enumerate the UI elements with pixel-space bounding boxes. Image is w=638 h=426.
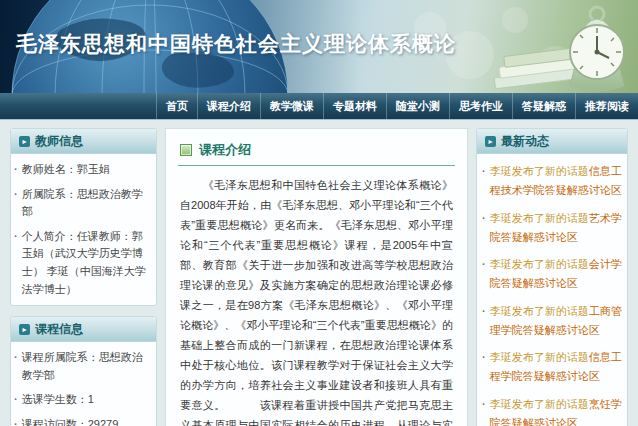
teacher-info-item: · 教师姓名：郭玉娟 <box>14 161 153 179</box>
news-author-action: 李珽发布了新的话题 <box>490 165 589 177</box>
course-intro-header: 课程介绍 <box>178 139 455 166</box>
course-homepage: { "banner": { "title": "毛泽东思想和中国特色社会主义理论… <box>0 0 638 426</box>
course-info-item: · 课程访问数：29279 <box>14 416 153 426</box>
news-text: 李珽发布了新的话题工商管理学院答疑解惑讨论区 <box>490 302 622 341</box>
section-bullet-icon: ▸ <box>19 324 30 335</box>
bullet-dot: · <box>482 255 486 274</box>
nav-item[interactable]: 思考作业 <box>449 93 512 119</box>
teacher-info-header: ▸ 教师信息 <box>11 129 156 154</box>
teacher-info-text: 个人简介：任课教师：郭玉娟（武汉大学历史学博士） 李珽（中国海洋大学法学博士） <box>22 228 153 298</box>
latest-news-list: · 李珽发布了新的话题信息工程技术学院答疑解惑讨论区 · 李珽发布了新的话题艺术… <box>477 162 627 426</box>
teacher-info-item: · 所属院系：思想政治教学部 <box>14 186 153 221</box>
news-author-action: 李珽发布了新的话题 <box>490 398 589 410</box>
course-info-list: · 课程所属院系：思想政治教学部 · 选课学生数：1 · 课程访问数：29279 <box>11 349 156 426</box>
page-title: 毛泽东思想和中国特色社会主义理论体系概论 <box>16 30 456 58</box>
course-info-item: · 选课学生数：1 <box>14 391 153 409</box>
news-text: 李珽发布了新的话题烹饪学院答疑解惑讨论区 <box>490 395 622 426</box>
latest-news-header: ▸ 最新动态 <box>477 129 627 154</box>
news-author-action: 李珽发布了新的话题 <box>490 351 589 363</box>
news-author-action: 李珽发布了新的话题 <box>490 305 589 317</box>
nav-item[interactable]: 教学微课 <box>260 93 323 119</box>
main-nav: 首页 课程介绍 教学微课 专题材料 随堂小测 思考作业 答疑解惑 推荐阅读 <box>0 93 638 120</box>
bullet-dot: · <box>14 416 18 426</box>
section-grid-icon <box>180 144 192 156</box>
teacher-info-box: ▸ 教师信息 · 教师姓名：郭玉娟 · 所属院系：思想政治教学部 <box>10 128 157 306</box>
left-sidebar: ▸ 教师信息 · 教师姓名：郭玉娟 · 所属院系：思想政治教学部 <box>10 128 157 426</box>
right-sidebar: ▸ 最新动态 · 李珽发布了新的话题信息工程技术学院答疑解惑讨论区 · 李珽发布… <box>476 128 628 426</box>
nav-item[interactable]: 专题材料 <box>323 93 386 119</box>
news-text: 李珽发布了新的话题信息工程技术学院答疑解惑讨论区 <box>490 162 622 201</box>
nav-item[interactable]: 课程介绍 <box>197 93 260 119</box>
course-intro-paragraph: 《毛泽东思想和中国特色社会主义理论体系概论》自2008年开始，由《毛泽东思想、邓… <box>180 175 453 426</box>
latest-news-title: 最新动态 <box>501 133 549 150</box>
course-info-item: · 课程所属院系：思想政治教学部 <box>14 349 153 384</box>
banner: 毛泽东思想和中国特色社会主义理论体系概论 <box>0 0 638 93</box>
news-item: · 李珽发布了新的话题艺术学院答疑解惑讨论区 <box>482 209 622 248</box>
bullet-dot: · <box>482 209 486 228</box>
latest-news-box: ▸ 最新动态 · 李珽发布了新的话题信息工程技术学院答疑解惑讨论区 · 李珽发布… <box>476 128 628 426</box>
teacher-info-item: · 个人简介：任课教师：郭玉娟（武汉大学历史学博士） 李珽（中国海洋大学法学博士… <box>14 228 153 298</box>
course-intro-title: 课程介绍 <box>199 141 251 159</box>
course-info-text: 课程所属院系：思想政治教学部 <box>22 349 153 384</box>
nav-item[interactable]: 首页 <box>156 93 197 119</box>
bullet-dot: · <box>482 348 486 367</box>
bullet-dot: · <box>482 302 486 321</box>
section-bullet-icon: ▸ <box>19 136 30 147</box>
clock-image <box>570 7 624 91</box>
teacher-info-list: · 教师姓名：郭玉娟 · 所属院系：思想政治教学部 · 个人简介：任课教师：郭玉… <box>11 161 156 298</box>
bullet-dot: · <box>482 162 486 181</box>
content-area: ▸ 教师信息 · 教师姓名：郭玉娟 · 所属院系：思想政治教学部 <box>0 120 638 426</box>
course-info-header: ▸ 课程信息 <box>11 317 156 342</box>
news-item: · 李珽发布了新的话题信息工程学院答疑解惑讨论区 <box>482 348 622 387</box>
news-item: · 李珽发布了新的话题信息工程技术学院答疑解惑讨论区 <box>482 162 622 201</box>
news-text: 李珽发布了新的话题会计学院答疑解惑讨论区 <box>490 255 622 294</box>
news-text: 李珽发布了新的话题信息工程学院答疑解惑讨论区 <box>490 348 622 387</box>
course-info-text: 选课学生数：1 <box>22 391 94 409</box>
teacher-info-title: 教师信息 <box>35 133 83 150</box>
news-item: · 李珽发布了新的话题会计学院答疑解惑讨论区 <box>482 255 622 294</box>
bullet-dot: · <box>14 186 18 221</box>
news-item: · 李珽发布了新的话题工商管理学院答疑解惑讨论区 <box>482 302 622 341</box>
main-panel: 课程介绍 《毛泽东思想和中国特色社会主义理论体系概论》自2008年开始，由《毛泽… <box>165 128 468 426</box>
bullet-dot: · <box>14 161 18 179</box>
course-info-box: ▸ 课程信息 · 课程所属院系：思想政治教学部 · 选课学生数：1 <box>10 316 157 426</box>
nav-item[interactable]: 推荐阅读 <box>575 93 638 119</box>
teacher-info-text: 所属院系：思想政治教学部 <box>22 186 153 221</box>
bullet-dot: · <box>14 349 18 384</box>
news-item: · 李珽发布了新的话题烹饪学院答疑解惑讨论区 <box>482 395 622 426</box>
course-info-title: 课程信息 <box>35 321 83 338</box>
section-bullet-icon: ▸ <box>485 136 496 147</box>
teacher-info-text: 教师姓名：郭玉娟 <box>22 161 110 179</box>
bullet-dot: · <box>14 391 18 409</box>
bullet-dot: · <box>482 395 486 414</box>
nav-item[interactable]: 随堂小测 <box>386 93 449 119</box>
nav-item[interactable]: 答疑解惑 <box>512 93 575 119</box>
bullet-dot: · <box>14 228 18 298</box>
course-info-text: 课程访问数：29279 <box>22 416 119 426</box>
news-author-action: 李珽发布了新的话题 <box>490 258 589 270</box>
news-text: 李珽发布了新的话题艺术学院答疑解惑讨论区 <box>490 209 622 248</box>
news-author-action: 李珽发布了新的话题 <box>490 212 589 224</box>
